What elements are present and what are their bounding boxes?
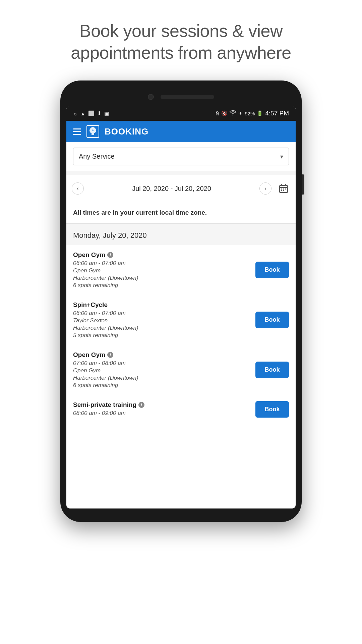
session-name: Semi-private training i <box>73 401 255 409</box>
svg-rect-5 <box>281 190 282 191</box>
next-date-button[interactable]: › <box>259 182 272 195</box>
app-title: BOOKING <box>105 126 148 137</box>
prev-date-button[interactable]: ‹ <box>72 182 84 195</box>
book-button[interactable]: Book <box>255 401 289 418</box>
calendar-button[interactable] <box>277 182 290 195</box>
session-spots: 5 spots remaining <box>73 332 255 339</box>
status-icon-image: ⬜ <box>88 110 95 116</box>
timezone-text: All times are in your current local time… <box>73 208 289 217</box>
status-icon-nfc: Ñ <box>216 111 219 116</box>
phone-speaker <box>161 95 214 99</box>
session-location: Harborcenter (Downtown) <box>73 275 255 281</box>
service-dropdown[interactable]: Any Service ▾ <box>73 148 289 165</box>
session-time: 06:00 am - 07:00 am <box>73 310 255 317</box>
headline-line2: appointments from anywhere <box>71 43 291 62</box>
status-battery-percent: 92% <box>245 111 255 116</box>
hamburger-menu-button[interactable] <box>73 128 81 135</box>
session-info: Semi-private training i 08:00 am - 09:00… <box>73 401 255 417</box>
session-item: Open Gym i 06:00 am - 07:00 am Open Gym … <box>66 245 296 295</box>
session-instructor: Open Gym <box>73 367 255 374</box>
session-name: Spin+Cycle <box>73 301 255 309</box>
app-header: BOOKING <box>66 121 296 142</box>
session-time: 07:00 am - 08:00 am <box>73 360 255 367</box>
day-date: Monday, July 20, 2020 <box>73 231 289 240</box>
info-icon[interactable]: i <box>107 252 113 258</box>
session-time: 06:00 am - 07:00 am <box>73 260 255 267</box>
status-icon-airplane: ✈ <box>238 110 243 116</box>
date-navigation: ‹ Jul 20, 2020 - Jul 20, 2020 › <box>66 175 296 202</box>
info-icon[interactable]: i <box>107 352 113 358</box>
book-button[interactable]: Book <box>255 262 289 278</box>
svg-rect-4 <box>285 189 286 190</box>
sessions-list: Open Gym i 06:00 am - 07:00 am Open Gym … <box>66 245 296 420</box>
status-icon-wifi <box>230 110 236 117</box>
phone-side-button <box>302 174 304 195</box>
status-icon-download: ⬇ <box>97 110 102 116</box>
session-item: Spin+Cycle 06:00 am - 07:00 am Taylor Se… <box>66 295 296 345</box>
service-selector-section: Any Service ▾ <box>66 142 296 171</box>
status-icon-mute: 🔇 <box>221 110 228 116</box>
book-button[interactable]: Book <box>255 362 289 378</box>
session-instructor: Taylor Sexton <box>73 317 255 324</box>
status-bar-left: ☼ ▲ ⬜ ⬇ ▣ <box>73 110 109 116</box>
phone-screen: ☼ ▲ ⬜ ⬇ ▣ Ñ 🔇 ✈ 92% 🔋 <box>66 106 296 508</box>
phone-camera <box>148 94 154 100</box>
session-instructor: Open Gym <box>73 267 255 274</box>
status-icon-alert: ▲ <box>80 111 85 116</box>
session-location: Harborcenter (Downtown) <box>73 325 255 331</box>
status-icon-misc: ▣ <box>104 110 109 116</box>
page-headline: Book your sessions & view appointments f… <box>0 0 362 80</box>
session-spots: 6 spots remaining <box>73 282 255 289</box>
service-dropdown-label: Any Service <box>79 153 115 160</box>
session-name: Open Gym i <box>73 251 255 259</box>
screen-content: Any Service ▾ ‹ Jul 20, 2020 - Jul 20, 2… <box>66 142 296 420</box>
book-button[interactable]: Book <box>255 312 289 328</box>
day-header: Monday, July 20, 2020 <box>66 224 296 245</box>
status-icon-battery: 🔋 <box>257 110 263 116</box>
info-icon[interactable]: i <box>138 402 144 408</box>
date-range-text: Jul 20, 2020 - Jul 20, 2020 <box>89 185 254 193</box>
svg-rect-3 <box>283 189 284 190</box>
phone-frame: ☼ ▲ ⬜ ⬇ ▣ Ñ 🔇 ✈ 92% 🔋 <box>60 80 302 522</box>
status-bar: ☼ ▲ ⬜ ⬇ ▣ Ñ 🔇 ✈ 92% 🔋 <box>66 106 296 121</box>
svg-rect-2 <box>281 189 282 190</box>
svg-rect-6 <box>283 190 284 191</box>
session-info: Open Gym i 06:00 am - 07:00 am Open Gym … <box>73 251 255 289</box>
session-location: Harborcenter (Downtown) <box>73 375 255 381</box>
session-time: 08:00 am - 09:00 am <box>73 410 255 417</box>
status-icon-brightness: ☼ <box>73 111 78 116</box>
phone-mockup: ☼ ▲ ⬜ ⬇ ▣ Ñ 🔇 ✈ 92% 🔋 <box>0 80 362 522</box>
status-bar-right: Ñ 🔇 ✈ 92% 🔋 4:57 PM <box>216 110 289 117</box>
session-item: Semi-private training i 08:00 am - 09:00… <box>66 395 296 420</box>
timezone-notice: All times are in your current local time… <box>66 202 296 224</box>
app-logo <box>86 125 99 138</box>
session-info: Spin+Cycle 06:00 am - 07:00 am Taylor Se… <box>73 301 255 339</box>
chevron-down-icon: ▾ <box>280 153 283 160</box>
phone-top-hardware <box>66 91 296 106</box>
status-time: 4:57 PM <box>265 110 289 117</box>
session-item: Open Gym i 07:00 am - 08:00 am Open Gym … <box>66 345 296 395</box>
session-name: Open Gym i <box>73 351 255 359</box>
session-info: Open Gym i 07:00 am - 08:00 am Open Gym … <box>73 351 255 389</box>
session-spots: 6 spots remaining <box>73 382 255 389</box>
headline-line1: Book your sessions & view <box>79 21 283 41</box>
